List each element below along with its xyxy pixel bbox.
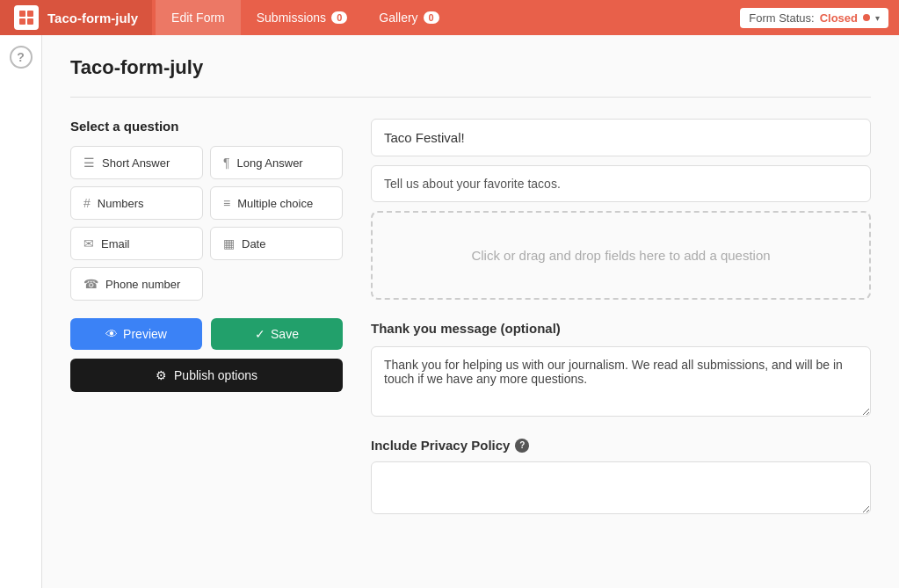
- divider: [70, 97, 871, 98]
- long-answer-icon: ¶: [223, 156, 230, 170]
- svg-rect-1: [27, 11, 33, 17]
- question-btn-phone-number[interactable]: ☎ Phone number: [70, 267, 203, 301]
- question-btn-long-answer[interactable]: ¶ Long Answer: [210, 146, 343, 179]
- question-btn-multiple-choice[interactable]: ≡ Multiple choice: [210, 186, 343, 220]
- submissions-badge: 0: [331, 11, 347, 24]
- nav-tabs: Edit Form Submissions 0 Gallery 0: [156, 0, 455, 35]
- help-icon[interactable]: ?: [10, 46, 33, 69]
- top-nav: Taco-form-july Edit Form Submissions 0 G…: [0, 0, 899, 35]
- select-question-label: Select a question: [70, 119, 343, 134]
- short-answer-icon: ☰: [83, 156, 95, 170]
- svg-rect-0: [19, 11, 25, 17]
- save-button[interactable]: ✓ Save: [211, 318, 343, 350]
- form-status-dropdown[interactable]: Form Status: Closed ▾: [740, 8, 888, 28]
- question-btn-date[interactable]: ▦ Date: [210, 227, 343, 260]
- status-dot: [863, 14, 870, 21]
- form-title-input[interactable]: [371, 119, 871, 156]
- action-buttons: 👁 Preview ✓ Save: [70, 318, 343, 350]
- thank-you-label: Thank you message (optional): [371, 321, 871, 336]
- question-btn-email[interactable]: ✉ Email: [70, 227, 203, 260]
- question-btn-short-answer[interactable]: ☰ Short Answer: [70, 146, 203, 179]
- nav-brand: Taco-form-july: [0, 0, 152, 35]
- page-title: Taco-form-july: [70, 56, 871, 79]
- sidebar: ?: [0, 35, 42, 588]
- thank-you-textarea[interactable]: [371, 346, 871, 417]
- tab-gallery[interactable]: Gallery 0: [363, 0, 454, 35]
- nav-right: Form Status: Closed ▾: [740, 8, 899, 28]
- chevron-down-icon: ▾: [875, 13, 880, 23]
- editor-layout: Select a question ☰ Short Answer ¶ Long …: [70, 119, 871, 518]
- form-status-label: Form Status:: [749, 11, 814, 25]
- tab-submissions[interactable]: Submissions 0: [241, 0, 364, 35]
- publish-options-button[interactable]: ⚙ Publish options: [70, 359, 343, 392]
- tab-edit-form[interactable]: Edit Form: [156, 0, 241, 35]
- eye-icon: 👁: [105, 327, 118, 341]
- phone-icon: ☎: [83, 277, 98, 291]
- question-type-grid: ☰ Short Answer ¶ Long Answer # Numbers: [70, 146, 343, 301]
- multiple-choice-icon: ≡: [223, 196, 230, 210]
- email-icon: ✉: [83, 236, 94, 250]
- svg-rect-3: [27, 18, 33, 25]
- numbers-icon: #: [83, 196, 91, 210]
- main-content: Taco-form-july Select a question ☰ Short…: [42, 35, 899, 588]
- right-panel: Click or drag and drop fields here to ad…: [371, 119, 871, 518]
- svg-rect-2: [19, 18, 25, 25]
- brand-title: Taco-form-july: [47, 11, 138, 25]
- gallery-badge: 0: [424, 11, 439, 24]
- main-layout: ? Taco-form-july Select a question ☰ Sho…: [0, 35, 899, 588]
- form-subtitle-input[interactable]: [371, 165, 871, 202]
- form-status-value: Closed: [820, 11, 858, 25]
- preview-button[interactable]: 👁 Preview: [70, 318, 202, 350]
- date-icon: ▦: [223, 236, 235, 250]
- gear-icon: ⚙: [156, 368, 167, 382]
- privacy-policy-label: Include Privacy Policy ?: [371, 438, 871, 453]
- privacy-help-icon[interactable]: ?: [515, 439, 529, 453]
- check-icon: ✓: [255, 327, 265, 341]
- question-btn-numbers[interactable]: # Numbers: [70, 186, 203, 220]
- brand-logo: [14, 5, 39, 30]
- drop-zone[interactable]: Click or drag and drop fields here to ad…: [371, 211, 871, 300]
- left-panel: Select a question ☰ Short Answer ¶ Long …: [70, 119, 343, 518]
- privacy-textarea[interactable]: [371, 461, 871, 514]
